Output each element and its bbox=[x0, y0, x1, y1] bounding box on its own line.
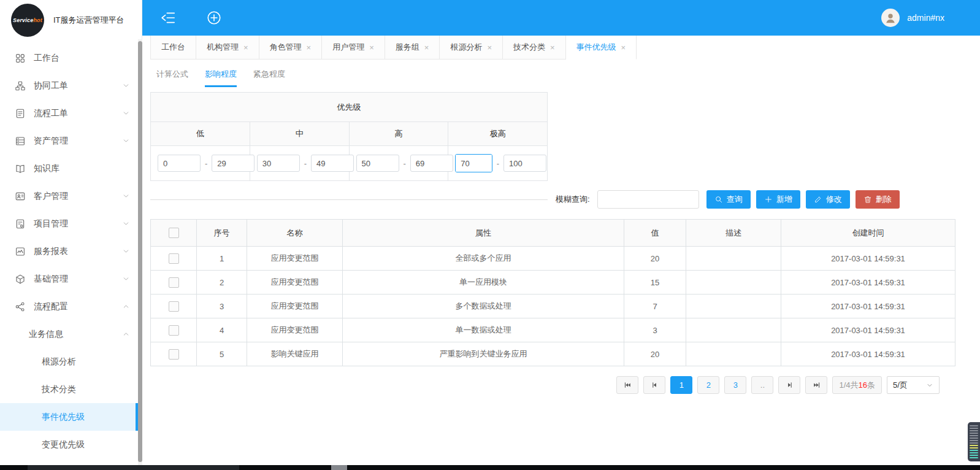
prev-page-button[interactable] bbox=[643, 376, 665, 394]
table-cell: 1 bbox=[197, 247, 247, 271]
priority-from-input[interactable] bbox=[456, 155, 492, 172]
row-checkbox[interactable] bbox=[169, 253, 179, 264]
删除-button[interactable]: 删除 bbox=[856, 190, 900, 209]
tab-close-icon[interactable]: × bbox=[307, 44, 312, 52]
tab-label: 工作台 bbox=[161, 42, 185, 53]
sidebar-item-服务报表[interactable]: 服务报表 bbox=[0, 237, 138, 265]
tab-close-icon[interactable]: × bbox=[550, 44, 555, 52]
subtab-计算公式[interactable]: 计算公式 bbox=[156, 69, 188, 87]
tab-工作台[interactable]: 工作台 bbox=[150, 36, 196, 60]
table-row[interactable]: 3应用变更范围多个数据或处理72017-03-01 14:59:31 bbox=[151, 295, 955, 318]
book-icon bbox=[15, 163, 26, 174]
tab-角色管理[interactable]: 角色管理× bbox=[259, 36, 323, 60]
priority-to-input[interactable] bbox=[311, 155, 354, 172]
priority-from-input[interactable] bbox=[257, 155, 300, 172]
修改-button[interactable]: 修改 bbox=[806, 190, 850, 209]
priority-to-input[interactable] bbox=[503, 155, 546, 172]
table-cell: 单一数据或处理 bbox=[343, 318, 624, 342]
tab-close-icon[interactable]: × bbox=[369, 44, 374, 52]
table-cell: 应用变更范围 bbox=[247, 295, 343, 318]
table-row[interactable]: 1应用变更范围全部或多个应用202017-03-01 14:59:31 bbox=[151, 247, 955, 271]
taskbar-strip bbox=[0, 465, 980, 470]
sidebar-item-业务信息[interactable]: 业务信息 bbox=[0, 320, 138, 348]
tab-机构管理[interactable]: 机构管理× bbox=[196, 36, 259, 60]
share-icon bbox=[15, 301, 26, 312]
tab-服务组[interactable]: 服务组× bbox=[385, 36, 440, 60]
priority-level-label: 极高 bbox=[448, 122, 548, 146]
app-title: IT服务运营管理平台 bbox=[53, 15, 124, 26]
first-page-button[interactable] bbox=[616, 376, 638, 394]
last-page-button[interactable] bbox=[805, 376, 827, 394]
table-row[interactable]: 5影响关键应用严重影响到关键业务应用202017-03-01 14:59:31 bbox=[151, 342, 955, 366]
sidebar-scrollbar-thumb[interactable] bbox=[138, 41, 142, 462]
sidebar-item-基础管理[interactable]: 基础管理 bbox=[0, 265, 138, 293]
sidebar-item-事件优先级[interactable]: 事件优先级 bbox=[0, 403, 138, 431]
sidebar-item-客户管理[interactable]: 客户管理 bbox=[0, 182, 138, 210]
collapse-menu-icon[interactable] bbox=[161, 10, 177, 26]
row-checkbox[interactable] bbox=[169, 325, 179, 336]
search-label: 模糊查询: bbox=[556, 194, 590, 205]
priority-level-label: 低 bbox=[151, 122, 250, 146]
subtab-影响程度[interactable]: 影响程度 bbox=[205, 69, 237, 87]
page-button-..[interactable]: .. bbox=[751, 376, 773, 394]
level-meter-widget[interactable] bbox=[968, 422, 980, 461]
priority-to-input[interactable] bbox=[212, 155, 255, 172]
table-row[interactable]: 4应用变更范围单一数据或处理32017-03-01 14:59:31 bbox=[151, 318, 955, 342]
tab-close-icon[interactable]: × bbox=[621, 44, 626, 52]
page-button-2[interactable]: 2 bbox=[697, 376, 719, 394]
chart-icon bbox=[15, 246, 26, 257]
table-row[interactable]: 2应用变更范围单一应用模块152017-03-01 14:59:31 bbox=[151, 271, 955, 295]
logo-text-service: Service bbox=[13, 17, 33, 23]
subtab-紧急程度[interactable]: 紧急程度 bbox=[253, 69, 285, 87]
select-all-checkbox[interactable] bbox=[169, 228, 179, 238]
sidebar-item-流程配置[interactable]: 流程配置 bbox=[0, 293, 138, 320]
sidebar-item-协同工单[interactable]: 协同工单 bbox=[0, 72, 138, 99]
priority-from-input[interactable] bbox=[356, 155, 399, 172]
sidebar-item-根源分析[interactable]: 根源分析 bbox=[0, 348, 138, 376]
row-checkbox[interactable] bbox=[169, 349, 179, 360]
sidebar-item-工作台[interactable]: 工作台 bbox=[0, 44, 138, 72]
table-cell: 2017-03-01 14:59:31 bbox=[781, 342, 955, 366]
pagination-info: 1/4共16条 bbox=[832, 376, 882, 394]
chevron-down-icon bbox=[122, 82, 130, 90]
tab-根源分析[interactable]: 根源分析× bbox=[440, 36, 503, 60]
table-cell: 20 bbox=[624, 247, 686, 271]
tab-close-icon[interactable]: × bbox=[487, 44, 492, 52]
table-cell: 2017-03-01 14:59:31 bbox=[781, 295, 955, 318]
tab-close-icon[interactable]: × bbox=[424, 44, 429, 52]
sidebar-item-知识库[interactable]: 知识库 bbox=[0, 155, 138, 182]
sidebar-item-资产管理[interactable]: 资产管理 bbox=[0, 127, 138, 155]
tab-事件优先级[interactable]: 事件优先级× bbox=[566, 36, 637, 60]
priority-from-input[interactable] bbox=[158, 155, 201, 172]
tab-技术分类[interactable]: 技术分类× bbox=[503, 36, 566, 60]
add-new-icon[interactable] bbox=[206, 10, 222, 26]
table-cell: 多个数据或处理 bbox=[343, 295, 624, 318]
row-checkbox[interactable] bbox=[169, 301, 179, 312]
priority-from-input-focused bbox=[455, 154, 492, 172]
chevron-up-icon bbox=[122, 302, 130, 310]
tab-用户管理[interactable]: 用户管理× bbox=[322, 36, 385, 60]
sidebar-item-流程工单[interactable]: 流程工单 bbox=[0, 99, 138, 127]
查询-button[interactable]: 查询 bbox=[706, 190, 751, 209]
logo: Servicehot IT服务运营管理平台 bbox=[0, 0, 142, 40]
page-button-1[interactable]: 1 bbox=[670, 376, 692, 394]
table-cell: 严重影响到关键业务应用 bbox=[343, 342, 624, 366]
priority-to-input[interactable] bbox=[410, 155, 453, 172]
sidebar-item-变更优先级[interactable]: 变更优先级 bbox=[0, 431, 138, 458]
next-page-button[interactable] bbox=[778, 376, 800, 394]
新增-button[interactable]: 新增 bbox=[756, 190, 800, 209]
page-size-select[interactable]: 5/页 bbox=[887, 376, 940, 394]
sidebar-item-技术分类[interactable]: 技术分类 bbox=[0, 376, 138, 403]
sidebar-item-label: 流程工单 bbox=[34, 108, 68, 119]
sidebar-item-项目管理[interactable]: 项目管理 bbox=[0, 210, 138, 237]
user-menu[interactable]: admin#nx bbox=[881, 9, 944, 27]
page-next-icon bbox=[786, 381, 794, 389]
search-input[interactable] bbox=[597, 190, 699, 209]
page-button-3[interactable]: 3 bbox=[724, 376, 746, 394]
column-header: 创建时间 bbox=[781, 220, 955, 247]
sidebar-item-label: 技术分类 bbox=[42, 384, 76, 395]
chevron-down-icon bbox=[122, 220, 130, 228]
tab-close-icon[interactable]: × bbox=[243, 44, 248, 52]
row-checkbox[interactable] bbox=[169, 277, 179, 288]
topbar: admin#nx bbox=[142, 0, 980, 36]
